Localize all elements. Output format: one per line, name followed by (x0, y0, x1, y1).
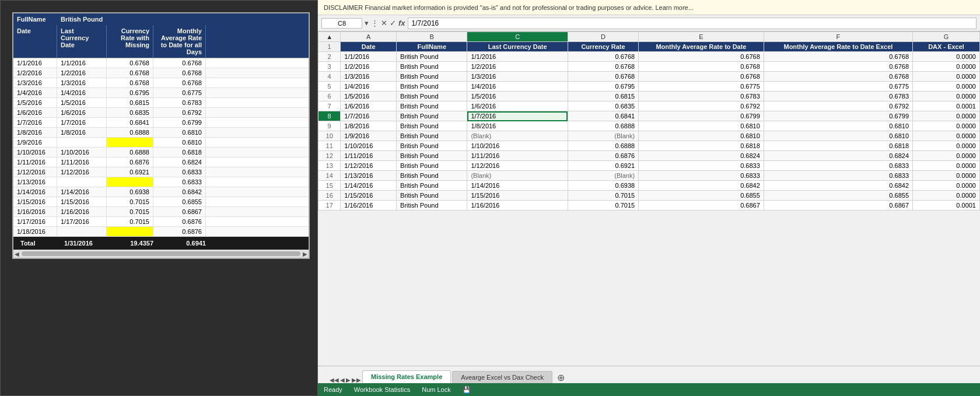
cell-F7[interactable]: 0.6792 (764, 101, 912, 111)
cell-E7[interactable]: 0.6792 (639, 101, 764, 111)
cell-B2[interactable]: British Pound (397, 52, 467, 62)
cell-G14[interactable]: 0.0000 (913, 171, 980, 181)
cell-D15[interactable]: 0.6938 (568, 181, 638, 191)
cell-C4[interactable]: 1/3/2016 (467, 72, 568, 82)
cell-E14[interactable]: 0.6833 (639, 171, 764, 181)
cell-E8[interactable]: 0.6799 (639, 111, 764, 121)
tab-add-button[interactable]: ⊕ (554, 372, 568, 383)
cell-B7[interactable]: British Pound (397, 101, 467, 111)
cell-D5[interactable]: 0.6795 (568, 82, 638, 92)
cell-B6[interactable]: British Pound (397, 92, 467, 101)
cell-F2[interactable]: 0.6768 (764, 52, 912, 62)
col-header-A[interactable]: A (341, 32, 397, 42)
cell-G8[interactable]: 0.0000 (913, 111, 980, 121)
cell-D2[interactable]: 0.6768 (568, 52, 638, 62)
cell-C3[interactable]: 1/2/2016 (467, 62, 568, 72)
cell-C15[interactable]: 1/14/2016 (467, 181, 568, 191)
formula-fx-icon[interactable]: fx (398, 19, 405, 27)
cell-F5[interactable]: 0.6775 (764, 82, 912, 92)
cell-B15[interactable]: British Pound (397, 181, 467, 191)
cell-A8[interactable]: 1/7/2016 (341, 111, 397, 121)
cell-A4[interactable]: 1/3/2016 (341, 72, 397, 82)
cell-A11[interactable]: 1/10/2016 (341, 141, 397, 151)
cell-C10[interactable]: (Blank) (467, 131, 568, 141)
cell-E11[interactable]: 0.6818 (639, 141, 764, 151)
cell-D7[interactable]: 0.6835 (568, 101, 638, 111)
cell-D16[interactable]: 0.7015 (568, 191, 638, 201)
cell-A15[interactable]: 1/14/2016 (341, 181, 397, 191)
cell-C12[interactable]: 1/11/2016 (467, 151, 568, 161)
cell-B8[interactable]: British Pound (397, 111, 467, 121)
cell-G5[interactable]: 0.0000 (913, 82, 980, 92)
cell-F17[interactable]: 0.6867 (764, 201, 912, 211)
cell-G11[interactable]: 0.0000 (913, 141, 980, 151)
cell-D9[interactable]: 0.6888 (568, 121, 638, 131)
cell-F4[interactable]: 0.6768 (764, 72, 912, 82)
cell-B3[interactable]: British Pound (397, 62, 467, 72)
cell-G17[interactable]: 0.0001 (913, 201, 980, 211)
cell-F15[interactable]: 0.6842 (764, 181, 912, 191)
cell-D11[interactable]: 0.6888 (568, 141, 638, 151)
cell-E12[interactable]: 0.6824 (639, 151, 764, 161)
cell-A12[interactable]: 1/11/2016 (341, 151, 397, 161)
cell-B16[interactable]: British Pound (397, 191, 467, 201)
cell-A10[interactable]: 1/9/2016 (341, 131, 397, 141)
cell-D8[interactable]: 0.6841 (568, 111, 638, 121)
cell-F3[interactable]: 0.6768 (764, 62, 912, 72)
formula-x-icon[interactable]: ✕ (381, 19, 387, 27)
cell-E2[interactable]: 0.6768 (639, 52, 764, 62)
cell-E13[interactable]: 0.6833 (639, 161, 764, 171)
cell-G2[interactable]: 0.0000 (913, 52, 980, 62)
cell-A9[interactable]: 1/8/2016 (341, 121, 397, 131)
cell-C11[interactable]: 1/10/2016 (467, 141, 568, 151)
cell-B5[interactable]: British Pound (397, 82, 467, 92)
cell-G3[interactable]: 0.0000 (913, 62, 980, 72)
cell-A7[interactable]: 1/6/2016 (341, 101, 397, 111)
cell-B11[interactable]: British Pound (397, 141, 467, 151)
cell-A6[interactable]: 1/5/2016 (341, 92, 397, 101)
cell-E3[interactable]: 0.6768 (639, 62, 764, 72)
cell-G13[interactable]: 0.0000 (913, 161, 980, 171)
cell-B17[interactable]: British Pound (397, 201, 467, 211)
cell-C2[interactable]: 1/1/2016 (467, 52, 568, 62)
cell-F16[interactable]: 0.6855 (764, 191, 912, 201)
col-header-E[interactable]: E (639, 32, 764, 42)
cell-E15[interactable]: 0.6842 (639, 181, 764, 191)
cell-D10[interactable]: (Blank) (568, 131, 638, 141)
cell-E17[interactable]: 0.6867 (639, 201, 764, 211)
cell-A5[interactable]: 1/4/2016 (341, 82, 397, 92)
cell-G9[interactable]: 0.0000 (913, 121, 980, 131)
cell-D13[interactable]: 0.6921 (568, 161, 638, 171)
cell-F6[interactable]: 0.6783 (764, 92, 912, 101)
cell-D4[interactable]: 0.6768 (568, 72, 638, 82)
cell-C7[interactable]: 1/6/2016 (467, 101, 568, 111)
cell-G6[interactable]: 0.0000 (913, 92, 980, 101)
cell-F9[interactable]: 0.6810 (764, 121, 912, 131)
cell-E9[interactable]: 0.6810 (639, 121, 764, 131)
cell-F13[interactable]: 0.6833 (764, 161, 912, 171)
formula-check-icon[interactable]: ✓ (390, 19, 396, 27)
cell-G4[interactable]: 0.0000 (913, 72, 980, 82)
cell-C5[interactable]: 1/4/2016 (467, 82, 568, 92)
cell-A3[interactable]: 1/2/2016 (341, 62, 397, 72)
cell-A2[interactable]: 1/1/2016 (341, 52, 397, 62)
cell-C9[interactable]: 1/8/2016 (467, 121, 568, 131)
tab-scroll-left[interactable]: ◀◀ ◀ ▶ ▶▶ (330, 377, 361, 383)
cell-F12[interactable]: 0.6824 (764, 151, 912, 161)
cell-D3[interactable]: 0.6768 (568, 62, 638, 72)
cell-E6[interactable]: 0.6783 (639, 92, 764, 101)
col-header-D[interactable]: D (568, 32, 638, 42)
left-scrollbar[interactable]: ◀ ▶ (13, 250, 309, 258)
cell-C17[interactable]: 1/16/2016 (467, 201, 568, 211)
cell-D14[interactable]: (Blank) (568, 171, 638, 181)
cell-B4[interactable]: British Pound (397, 72, 467, 82)
cell-E5[interactable]: 0.6775 (639, 82, 764, 92)
col-header-F[interactable]: F (764, 32, 912, 42)
formula-input[interactable]: 1/7/2016 (408, 17, 977, 29)
cell-A14[interactable]: 1/13/2016 (341, 171, 397, 181)
col-header-B[interactable]: B (397, 32, 467, 42)
cell-A13[interactable]: 1/12/2016 (341, 161, 397, 171)
cell-reference-box[interactable]: C8 (321, 18, 362, 29)
col-header-G[interactable]: G (913, 32, 980, 42)
cell-D17[interactable]: 0.7015 (568, 201, 638, 211)
